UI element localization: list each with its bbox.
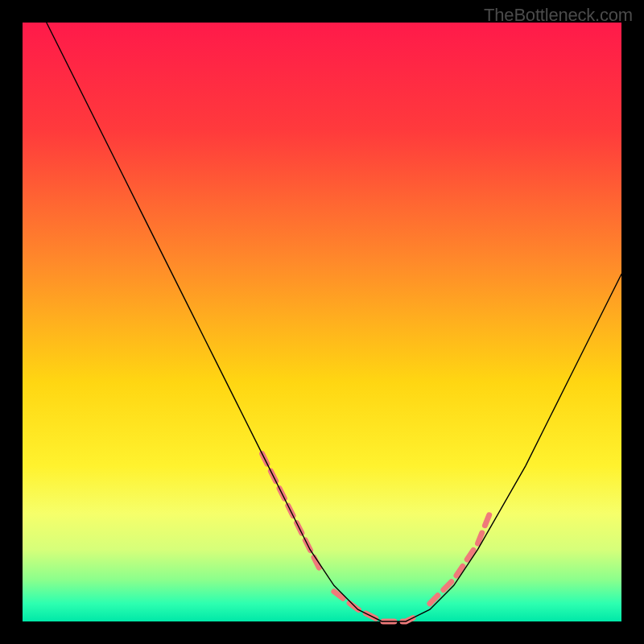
plot-area [23, 23, 621, 621]
bottleneck-curve [47, 23, 621, 621]
chart-container: TheBottleneck.com [0, 0, 644, 644]
curve-layer [23, 23, 621, 621]
watermark-text: TheBottleneck.com [484, 5, 633, 26]
highlight-segments [262, 454, 490, 621]
